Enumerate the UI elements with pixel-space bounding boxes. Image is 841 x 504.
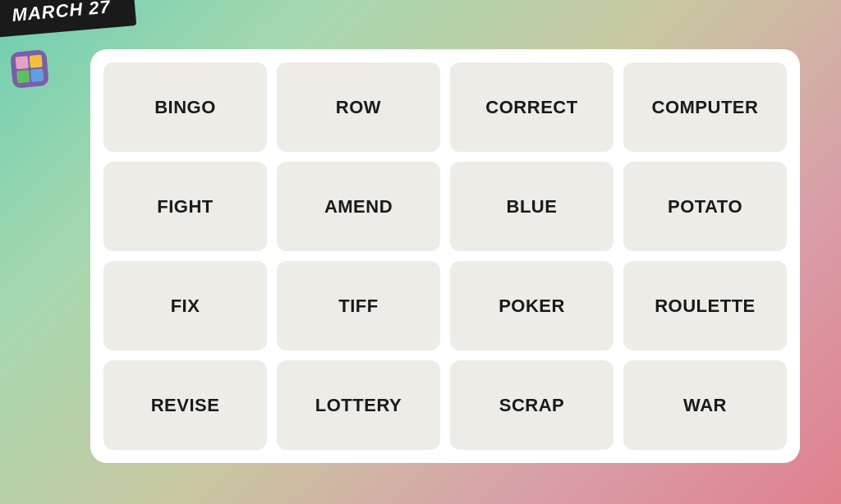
app-icon [10,49,49,89]
main-card: BINGOROWCORRECTCOMPUTERFIGHTAMENDBLUEPOT… [90,49,800,463]
word-text-3-3: WAR [683,395,727,416]
word-cell-2-3[interactable]: ROULETTE [623,261,787,351]
word-cell-2-0[interactable]: FIX [103,261,267,351]
word-cell-2-1[interactable]: TIFF [277,261,440,351]
word-cell-3-2[interactable]: SCRAP [450,360,614,450]
word-text-0-0: BINGO [154,97,216,118]
word-text-1-2: BLUE [507,196,558,218]
word-text-2-0: FIX [171,296,200,317]
word-cell-3-0[interactable]: REVISE [103,360,267,450]
word-text-0-2: CORRECT [485,97,577,118]
icon-cell-4 [30,69,44,82]
word-text-2-1: TIFF [338,296,378,317]
word-text-1-1: AMEND [324,196,393,218]
word-cell-3-1[interactable]: LOTTERY [277,360,440,450]
word-cell-1-1[interactable]: AMEND [277,162,440,251]
icon-cell-3 [16,70,30,83]
icon-cell-2 [30,55,43,68]
word-text-3-0: REVISE [151,395,220,416]
word-text-0-3: COMPUTER [652,97,759,118]
word-text-2-3: ROULETTE [655,296,756,317]
word-cell-2-2[interactable]: POKER [450,261,614,351]
word-cell-0-2[interactable]: CORRECT [450,62,614,152]
word-cell-3-3[interactable]: WAR [623,360,787,450]
icon-cell-1 [16,56,29,69]
word-text-3-2: SCRAP [499,395,565,416]
word-cell-1-3[interactable]: POTATO [623,162,787,251]
word-text-1-3: POTATO [668,196,742,218]
word-cell-0-0[interactable]: BINGO [103,62,267,152]
word-cell-1-2[interactable]: BLUE [450,162,614,251]
date-text: MARCH 27 [11,0,111,25]
word-grid: BINGOROWCORRECTCOMPUTERFIGHTAMENDBLUEPOT… [103,62,787,450]
word-text-0-1: ROW [336,97,381,118]
word-cell-0-3[interactable]: COMPUTER [623,62,787,152]
word-cell-1-0[interactable]: FIGHT [103,162,267,251]
word-cell-0-1[interactable]: ROW [277,62,440,152]
word-text-2-2: POKER [499,296,565,317]
word-text-3-1: LOTTERY [315,395,402,416]
word-text-1-0: FIGHT [157,196,214,218]
